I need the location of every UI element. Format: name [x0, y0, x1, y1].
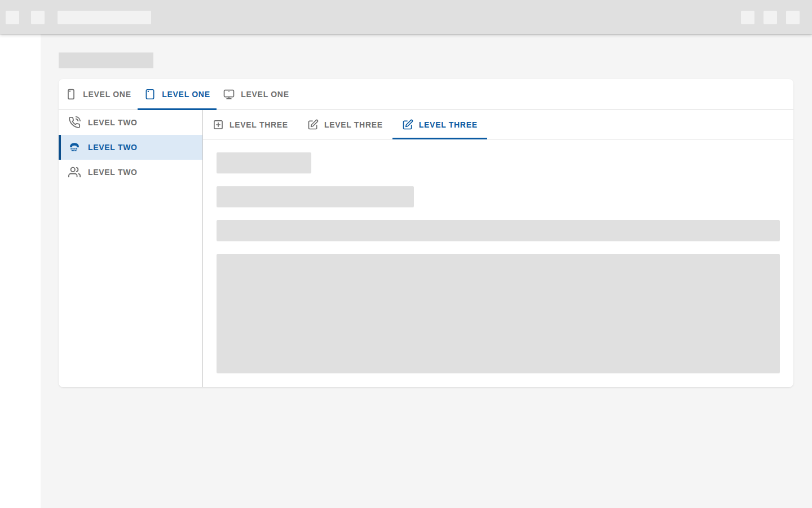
content-placeholder-medium	[217, 186, 414, 207]
tab-label: LEVEL THREE	[419, 120, 478, 129]
users-icon	[68, 166, 81, 178]
sidebar-nav: LEVEL TWO LEVEL TWO	[59, 110, 203, 387]
sidebar-item-desk-phone[interactable]: LEVEL TWO	[59, 135, 202, 160]
tab-level-three-edit-active[interactable]: LEVEL THREE	[392, 110, 487, 139]
level-one-tabbar: LEVEL ONE LEVEL ONE LEVEL ONE	[59, 79, 793, 110]
sidebar-item-users[interactable]: LEVEL TWO	[59, 160, 202, 185]
header-button-placeholder	[31, 11, 45, 24]
edit-square-icon	[402, 119, 413, 130]
main-card: LEVEL ONE LEVEL ONE LEVEL ONE	[59, 79, 793, 387]
header-button-placeholder	[786, 11, 800, 24]
mobile-device-icon	[65, 88, 77, 100]
header-button-placeholder	[741, 11, 754, 24]
sidebar-item-ringing-phone[interactable]: LEVEL TWO	[59, 110, 202, 135]
card-body: LEVEL TWO LEVEL TWO	[59, 110, 793, 387]
tab-level-three-edit[interactable]: LEVEL THREE	[298, 110, 392, 139]
content-placeholder-small	[217, 152, 311, 173]
content-placeholder-large-area	[217, 254, 780, 373]
page-title-placeholder	[59, 52, 153, 68]
level-three-tabbar: LEVEL THREE LEVEL THREE	[203, 110, 793, 139]
tab-level-one-tablet[interactable]: LEVEL ONE	[138, 79, 217, 110]
sidebar-item-label: LEVEL TWO	[88, 143, 138, 152]
tab-label: LEVEL ONE	[162, 90, 210, 99]
tablet-device-icon	[144, 88, 156, 100]
tab-label: LEVEL THREE	[324, 120, 383, 129]
sidebar-item-label: LEVEL TWO	[88, 168, 138, 177]
content-pane: LEVEL THREE LEVEL THREE	[203, 110, 793, 387]
tab-label: LEVEL THREE	[230, 120, 288, 129]
plus-square-icon	[213, 119, 224, 130]
sidebar-item-label: LEVEL TWO	[88, 118, 138, 127]
tab-label: LEVEL ONE	[241, 90, 289, 99]
desktop-monitor-icon	[223, 88, 235, 100]
header-button-placeholder	[6, 11, 19, 24]
top-header-bar	[0, 0, 812, 34]
tab-label: LEVEL ONE	[83, 90, 131, 99]
address-bar-placeholder	[58, 11, 151, 24]
edit-square-icon	[307, 119, 319, 130]
content-panel	[203, 139, 793, 387]
desk-phone-icon	[68, 141, 81, 154]
tab-level-one-mobile[interactable]: LEVEL ONE	[59, 79, 138, 110]
content-placeholder-wide	[217, 220, 780, 241]
tab-level-one-desktop[interactable]: LEVEL ONE	[217, 79, 295, 110]
header-button-placeholder	[764, 11, 777, 24]
ringing-phone-icon	[68, 116, 81, 129]
tab-level-three-add[interactable]: LEVEL THREE	[203, 110, 298, 139]
